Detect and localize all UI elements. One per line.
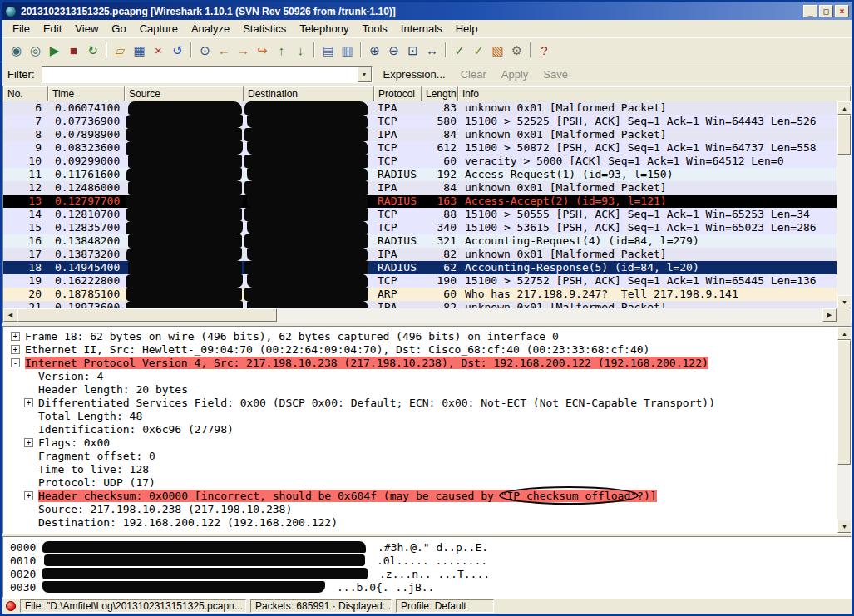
packet-row[interactable]: 70.07736900TCP58015100 > 52525 [PSH, ACK…: [3, 115, 837, 128]
packet-row[interactable]: 210.18973600IPA82unknown 0x01 [Malformed…: [3, 301, 837, 308]
apply-button[interactable]: Apply: [497, 67, 533, 82]
detail-line[interactable]: +Differentiated Services Field: 0x00 (DS…: [4, 396, 836, 409]
column-header-time[interactable]: Time: [48, 86, 125, 101]
detail-line[interactable]: Fragment offset: 0: [4, 449, 836, 462]
expert-info-icon[interactable]: [6, 601, 16, 611]
expand-icon[interactable]: +: [24, 491, 33, 500]
coloring-rules-icon[interactable]: ▧: [488, 41, 507, 59]
list-interfaces-icon[interactable]: ◉: [7, 41, 26, 59]
packet-row[interactable]: 140.12810700TCP8815100 > 50555 [PSH, ACK…: [3, 208, 837, 221]
scroll-up-icon[interactable]: ▲: [837, 101, 851, 115]
packet-list-hscrollbar[interactable]: ◀ ▶: [3, 308, 851, 323]
menu-item-capture[interactable]: Capture: [133, 21, 185, 37]
open-file-icon[interactable]: ▱: [111, 41, 130, 59]
resize-columns-icon[interactable]: ↔: [422, 41, 442, 59]
menu-item-statistics[interactable]: Statistics: [236, 21, 293, 37]
column-header-protocol[interactable]: Protocol: [374, 86, 422, 101]
capture-filters-icon[interactable]: ✓: [450, 41, 469, 59]
menu-item-telephony[interactable]: Telephony: [293, 21, 355, 37]
menu-item-file[interactable]: File: [6, 21, 37, 37]
scroll-thumb[interactable]: [837, 115, 851, 155]
expand-icon[interactable]: +: [11, 332, 20, 341]
expand-icon[interactable]: +: [24, 398, 33, 407]
detail-line[interactable]: Protocol: UDP (17): [4, 476, 836, 489]
scroll-left-icon[interactable]: ◀: [3, 308, 17, 322]
zoom-out-icon[interactable]: ⊖: [384, 41, 403, 59]
autoscroll-toggle-icon[interactable]: ▥: [338, 41, 357, 59]
packet-row[interactable]: 90.08323600TCP61215100 > 50872 [PSH, ACK…: [3, 141, 837, 155]
zoom-in-icon[interactable]: ⊕: [365, 41, 384, 59]
menu-item-tools[interactable]: Tools: [355, 21, 393, 37]
go-forward-icon[interactable]: →: [234, 41, 253, 59]
menu-item-go[interactable]: Go: [105, 21, 132, 37]
scroll-down-icon[interactable]: ▼: [837, 295, 851, 308]
detail-line[interactable]: Identification: 0x6c96 (27798): [4, 422, 836, 436]
menu-item-view[interactable]: View: [68, 21, 105, 37]
expand-icon[interactable]: +: [24, 438, 33, 447]
detail-line[interactable]: -Internet Protocol Version 4, Src: 217.1…: [4, 356, 836, 369]
packet-row[interactable]: 60.06074100IPA83unknown 0x01 [Malformed …: [3, 101, 837, 115]
help-icon[interactable]: ?: [535, 41, 554, 59]
hex-row[interactable]: 0000.#3h.@." d..p..E.: [3, 540, 851, 554]
column-header-no[interactable]: No.: [3, 86, 48, 101]
column-header-destination[interactable]: Destination: [244, 86, 374, 101]
capture-options-icon[interactable]: ◎: [26, 41, 45, 59]
go-to-packet-icon[interactable]: ↪: [253, 41, 272, 59]
packet-row[interactable]: 130.12797700RADIUS163Access-Accept(2) (i…: [3, 195, 837, 208]
packet-row[interactable]: 190.16222800TCP19015100 > 52752 [PSH, AC…: [3, 274, 837, 288]
column-header-info[interactable]: Info: [458, 86, 851, 101]
packet-row[interactable]: 200.18785100ARP60Who has 217.198.9.247? …: [3, 288, 837, 301]
zoom-normal-icon[interactable]: ⊡: [403, 41, 422, 59]
column-header-length[interactable]: Length: [422, 86, 458, 101]
detail-line[interactable]: +Flags: 0x00: [4, 436, 836, 449]
display-filters-icon[interactable]: ✓: [469, 41, 488, 59]
packet-row[interactable]: 150.12835700TCP34015100 > 53615 [PSH, AC…: [3, 221, 837, 234]
close-file-icon[interactable]: ×: [149, 41, 168, 59]
menu-item-help[interactable]: Help: [449, 21, 485, 37]
stop-capture-icon[interactable]: ■: [64, 41, 83, 59]
colorize-toggle-icon[interactable]: ▤: [318, 41, 338, 59]
menu-item-analyze[interactable]: Analyze: [185, 21, 236, 37]
details-vscrollbar[interactable]: ▲ ▼: [837, 327, 851, 533]
reload-file-icon[interactable]: ↺: [168, 41, 187, 59]
status-profile[interactable]: Profile: Default: [396, 599, 494, 613]
expression-button[interactable]: Expression...: [379, 67, 450, 82]
filter-dropdown-icon[interactable]: ▼: [358, 67, 372, 82]
maximize-button[interactable]: □: [819, 5, 833, 17]
column-header-source[interactable]: Source: [125, 86, 244, 101]
hex-row[interactable]: 0030...b.0{. ..jB..: [3, 580, 851, 594]
save-file-icon[interactable]: ▦: [130, 41, 149, 59]
scroll-up-icon[interactable]: ▲: [837, 327, 852, 340]
detail-line[interactable]: Version: 4: [4, 369, 836, 382]
filter-input[interactable]: ▼: [42, 66, 373, 83]
packet-list-vscrollbar[interactable]: ▲ ▼: [837, 101, 851, 308]
packet-row[interactable]: 170.13873200IPA82unknown 0x01 [Malformed…: [3, 248, 837, 261]
menu-item-internals[interactable]: Internals: [394, 21, 449, 37]
expand-icon[interactable]: +: [11, 345, 20, 354]
detail-line[interactable]: Time to live: 128: [4, 462, 836, 476]
scroll-down-icon[interactable]: ▼: [837, 520, 852, 533]
minimize-button[interactable]: _: [803, 5, 817, 17]
restart-capture-icon[interactable]: ↻: [83, 41, 102, 59]
detail-line[interactable]: Total Length: 48: [4, 409, 836, 422]
detail-line[interactable]: Destination: 192.168.200.122 (192.168.20…: [4, 515, 836, 529]
scroll-right-icon[interactable]: ▶: [822, 308, 837, 322]
close-button[interactable]: ×: [835, 5, 849, 17]
preferences-icon[interactable]: ⚙: [507, 41, 526, 59]
go-last-icon[interactable]: ↓: [291, 41, 310, 59]
hscroll-track[interactable]: [17, 308, 822, 323]
packet-row[interactable]: 120.12486000IPA84unknown 0x01 [Malformed…: [3, 181, 837, 195]
menu-item-edit[interactable]: Edit: [37, 21, 68, 37]
detail-line[interactable]: +Ethernet II, Src: Hewlett-_09:04:70 (00…: [4, 342, 836, 356]
start-capture-icon[interactable]: ▶: [45, 41, 64, 59]
hscroll-thumb[interactable]: [17, 308, 277, 322]
go-back-icon[interactable]: ←: [215, 41, 234, 59]
save-button[interactable]: Save: [539, 67, 572, 82]
scroll-thumb[interactable]: [837, 340, 851, 465]
hex-row[interactable]: 0010.0l..... ........: [3, 554, 851, 567]
detail-line[interactable]: +Frame 18: 62 bytes on wire (496 bits), …: [4, 329, 836, 342]
hex-row[interactable]: 0020.z...n.. ...T....: [3, 567, 851, 580]
detail-line[interactable]: Source: 217.198.10.238 (217.198.10.238): [4, 502, 836, 515]
title-bar[interactable]: 2013102313151325.pcapng [Wireshark 1.10.…: [2, 2, 852, 20]
find-packet-icon[interactable]: ⊙: [195, 41, 215, 59]
